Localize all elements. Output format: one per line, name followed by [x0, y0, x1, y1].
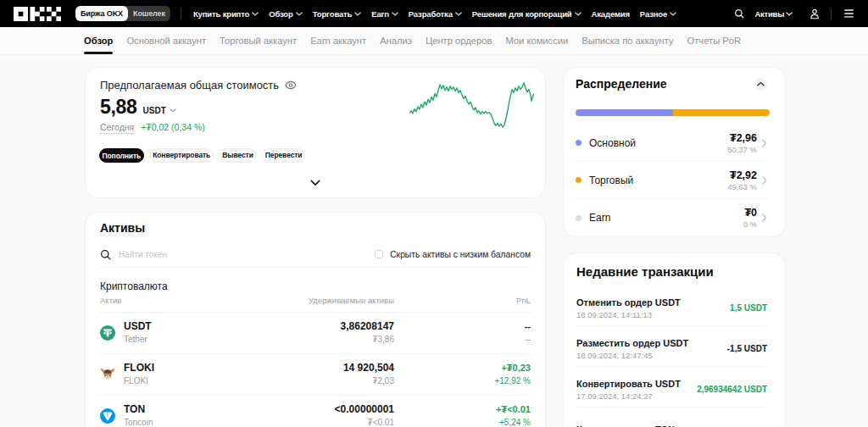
allocation-values: ₮2,9650,37 %: [727, 132, 757, 154]
asset-names: TONToncoin: [124, 404, 233, 427]
portfolio-actions: ПополнитьКонвертироватьВывестиПеревести: [99, 148, 545, 163]
asset-pnl: +₮0,23+12,92 %: [394, 363, 531, 386]
transaction-info: Отменить ордер USDT18.09.2024, 14:11:13: [576, 297, 681, 319]
tab-9[interactable]: Отчеты PoR: [687, 27, 742, 55]
asset-amount: 14 920,504: [233, 363, 394, 374]
assets-card: Активы Найти токен Скрыть активы с низки…: [85, 212, 546, 427]
allocation-bar-segment-1: [576, 109, 673, 116]
tab-3[interactable]: Торговый аккаунт: [220, 27, 297, 55]
chevron-right-icon: [762, 176, 767, 185]
transaction-row-4[interactable]: Конвертировать TON: [576, 408, 767, 427]
nav-item-7[interactable]: Академия: [587, 9, 635, 19]
expand-chevron-icon[interactable]: [310, 180, 320, 187]
tab-2[interactable]: Основной аккаунт: [126, 27, 206, 55]
total-value: 5,88: [100, 97, 137, 117]
portfolio-title: Предполагаемая общая стоимость: [100, 79, 279, 92]
collapse-button[interactable]: [754, 78, 767, 91]
asset-row-usdt[interactable]: USDTTether3,86208147₮3,86----: [100, 312, 531, 353]
nav-item-label: Разное: [640, 9, 667, 19]
distribution-card: Распределение Основной₮2,9650,37 %Торгов…: [563, 67, 786, 237]
transaction-name: Конвертировать USDT: [576, 379, 681, 389]
hide-small-balances-toggle[interactable]: Скрыть активы с низким балансом: [375, 250, 531, 259]
allocation-label: Торговый: [589, 175, 633, 186]
allocation-value: ₮2,96: [727, 132, 757, 144]
floki-icon: [100, 367, 115, 382]
okx-logo[interactable]: [14, 7, 61, 21]
tab-4[interactable]: Earn аккаунт: [310, 27, 366, 55]
nav-item-4[interactable]: Earn: [366, 9, 403, 19]
search-icon[interactable]: [734, 8, 744, 19]
asset-name: Toncoin: [124, 418, 233, 427]
chevron-right-icon: [762, 214, 767, 222]
transactions-title: Недавние транзакции: [576, 264, 767, 280]
search-token-input[interactable]: Найти токен: [119, 250, 167, 259]
distribution-title: Распределение: [576, 77, 667, 91]
currency-selector[interactable]: USDT: [143, 106, 176, 115]
segment-exchange[interactable]: Биржа OKX: [75, 6, 128, 21]
allocation-value: ₮2,92: [727, 169, 757, 181]
asset-pnl-percent: +12,92 %: [394, 376, 531, 386]
segment-wallet[interactable]: Кошелек: [128, 6, 170, 21]
divider: [100, 267, 531, 268]
asset-pnl: +₮<0.01+5,24 %: [394, 404, 531, 427]
nav-item-label: Решения для корпораций: [472, 9, 572, 19]
action-button-1[interactable]: Пополнить: [99, 148, 144, 163]
asset-names: FLOKIFLOKI: [124, 363, 233, 386]
allocation-percent: 50,37 %: [727, 145, 757, 154]
eye-icon[interactable]: [285, 80, 297, 91]
allocation-bar-segment-2: [673, 109, 770, 116]
asset-names: USDTTether: [124, 321, 233, 345]
nav-item-8[interactable]: Разное: [635, 9, 682, 19]
asset-name: Tether: [124, 335, 233, 345]
user-icon[interactable]: [810, 8, 820, 19]
transaction-date: 17.09.2024, 14:24:27: [576, 391, 681, 401]
asset-row-floki[interactable]: FLOKIFLOKI14 920,504₮2,03+₮0,23+12,92 %: [100, 353, 531, 395]
asset-holdings: 3,86208147₮3,86: [233, 321, 394, 345]
currency-label: USDT: [143, 106, 166, 115]
asset-pnl-percent: --: [394, 335, 531, 345]
nav-item-3[interactable]: Торговать: [308, 9, 367, 19]
usdt-coin-icon: [100, 325, 115, 341]
nav-item-1[interactable]: Купить крипто: [188, 9, 264, 19]
chevron-down-icon: [252, 12, 259, 16]
tab-5[interactable]: Анализ: [380, 27, 412, 55]
column-asset: Актив: [100, 296, 233, 305]
nav-item-label: Разработка: [409, 9, 453, 19]
nav-item-2[interactable]: Обзор: [264, 9, 307, 19]
asset-amount: 3,86208147: [233, 321, 394, 332]
today-label: Сегодня: [100, 122, 134, 134]
action-button-3[interactable]: Вывести: [220, 148, 257, 163]
menu-icon[interactable]: [844, 9, 854, 18]
allocation-rows: Основной₮2,9650,37 %Торговый₮2,9249,63 %…: [576, 125, 767, 236]
chevron-up-icon: [757, 81, 765, 86]
transaction-info: Разместить ордер USDT18.09.2024, 12:47:4…: [576, 338, 688, 360]
tab-6[interactable]: Центр ордеров: [426, 27, 492, 55]
tab-1[interactable]: Обзор: [84, 27, 113, 55]
ton-coin-icon: [100, 408, 115, 424]
tab-7[interactable]: Мои комиссии: [505, 27, 568, 55]
transaction-row-2[interactable]: Разместить ордер USDT18.09.2024, 12:47:4…: [576, 326, 767, 367]
action-button-2[interactable]: Конвертировать: [150, 148, 214, 163]
checkbox[interactable]: [375, 250, 383, 258]
transactions-list: Отменить ордер USDT18.09.2024, 14:11:131…: [576, 286, 767, 427]
allocation-label: Основной: [589, 137, 636, 149]
nav-item-5[interactable]: Разработка: [403, 9, 467, 19]
topbar-divider-2: [831, 8, 832, 19]
allocation-row-1[interactable]: Основной₮2,9650,37 %: [576, 125, 767, 162]
asset-pnl-value: +₮0,23: [394, 363, 531, 374]
action-button-4[interactable]: Перевести: [262, 148, 305, 163]
chevron-down-icon: [786, 12, 793, 16]
asset-row-ton[interactable]: TONToncoin<0.00000001₮<0.01+₮<0.01+5,24 …: [100, 395, 531, 427]
assets-dropdown[interactable]: Активы: [754, 9, 793, 19]
allocation-row-3[interactable]: Earn₮00 %: [576, 199, 767, 236]
topbar: Биржа OKXКошелек Купить криптоОбзорТорго…: [0, 0, 868, 27]
nav-item-6[interactable]: Решения для корпораций: [467, 9, 587, 19]
allocation-row-2[interactable]: Торговый₮2,9249,63 %: [576, 162, 767, 199]
portfolio-sparkline-chart: [409, 80, 534, 132]
okx-dashboard: Биржа OKXКошелек Купить криптоОбзорТорго…: [0, 0, 868, 427]
column-pnl: PnL: [394, 296, 531, 305]
transaction-row-1[interactable]: Отменить ордер USDT18.09.2024, 14:11:131…: [576, 286, 767, 326]
tab-8[interactable]: Выписка по аккаунту: [581, 27, 673, 55]
account-tabs: ОбзорОсновной аккаунтТорговый аккаунтEar…: [0, 27, 868, 55]
transaction-row-3[interactable]: Конвертировать USDT17.09.2024, 14:24:272…: [576, 367, 767, 408]
